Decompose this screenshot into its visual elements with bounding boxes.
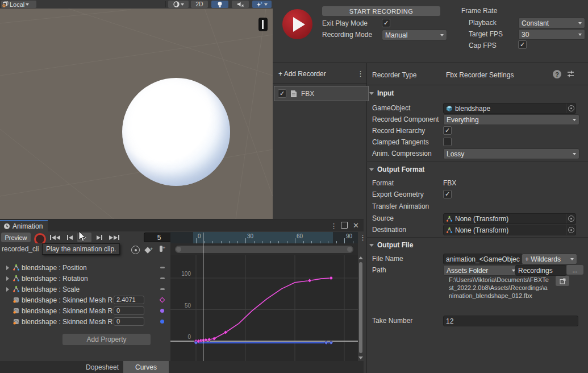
- add-keyframe-icon[interactable]: +: [145, 246, 153, 254]
- keyframe-indicator: [160, 288, 165, 290]
- object-picker-icon[interactable]: [566, 103, 576, 113]
- toolbar-divider: [165, 1, 166, 7]
- recorder-enabled-checkbox[interactable]: ✓: [278, 89, 286, 98]
- kebab-menu-icon[interactable]: ⋮: [357, 70, 364, 77]
- tab-dopesheet[interactable]: Dopesheet: [84, 361, 121, 373]
- path-root-dropdown[interactable]: Assets Folder: [443, 265, 519, 276]
- property-value-field[interactable]: 2.4071: [114, 296, 144, 304]
- chevron-down-icon: [578, 22, 582, 24]
- export-geometry-checkbox[interactable]: ✓: [443, 190, 452, 198]
- foldout-icon[interactable]: [6, 287, 9, 292]
- ruler-tick-label: 30: [247, 233, 253, 239]
- maximize-icon[interactable]: [341, 222, 348, 229]
- add-property-button[interactable]: Add Property: [62, 334, 151, 345]
- keyframe-indicator: [160, 267, 165, 268]
- add-recorder-button[interactable]: + Add Recorder: [278, 70, 326, 78]
- curve-editor[interactable]: 100500: [170, 255, 358, 361]
- object-picker-icon[interactable]: [566, 214, 576, 223]
- foldout-icon[interactable]: [6, 266, 9, 270]
- blendshape-sphere[interactable]: [122, 78, 230, 186]
- scene-lighting-button[interactable]: [211, 1, 228, 8]
- kebab-menu-icon[interactable]: ⋮: [330, 222, 337, 230]
- tab-animation[interactable]: Animation: [0, 220, 48, 231]
- target-fps-label: Target FPS: [469, 30, 503, 38]
- property-value-field[interactable]: 0: [114, 306, 144, 315]
- property-value-field[interactable]: 0: [114, 317, 144, 326]
- animation-property-row[interactable]: blendshape : Skinned Mesh Re2.4071: [0, 295, 170, 305]
- wildcards-dropdown[interactable]: + Wildcards: [522, 254, 577, 264]
- animation-property-row[interactable]: blendshape : Skinned Mesh Re0: [0, 305, 170, 316]
- skinnedmesh-icon: [12, 318, 20, 327]
- transform-icon: [12, 264, 20, 273]
- foldout-icon[interactable]: [6, 276, 9, 281]
- close-icon[interactable]: ✕: [353, 221, 359, 230]
- tab-curves[interactable]: Curves: [123, 361, 169, 373]
- ruler-tick: [196, 238, 197, 243]
- vertical-scrollbar[interactable]: [358, 255, 364, 361]
- property-label: blendshape : Rotation: [22, 275, 158, 283]
- target-fps-dropdown[interactable]: 30: [518, 29, 585, 40]
- scene-viewport[interactable]: [0, 9, 273, 219]
- add-event-icon[interactable]: +: [160, 246, 165, 254]
- animation-property-row[interactable]: blendshape : Position: [0, 262, 170, 273]
- scroll-down-icon[interactable]: [358, 357, 363, 359]
- timeline-ruler[interactable]: 0306090: [170, 232, 358, 244]
- recorder-type-label: Recorder Type: [372, 71, 417, 79]
- external-open-button[interactable]: [556, 276, 569, 286]
- recorded-component-dropdown[interactable]: Everything: [443, 114, 579, 125]
- go-to-start-icon[interactable]: [48, 233, 62, 242]
- animation-property-row[interactable]: blendshape : Scale: [0, 284, 170, 295]
- animation-titlebar: Animation ⋮ ✕: [0, 220, 364, 231]
- go-to-end-icon[interactable]: [107, 233, 121, 242]
- playhead[interactable]: [203, 233, 203, 361]
- transform-icon: [446, 215, 453, 222]
- record-hierarchy-label: Record Hierarchy: [372, 127, 425, 135]
- ruler-tick-label: 90: [346, 233, 352, 239]
- object-picker-icon[interactable]: [566, 225, 576, 235]
- horizontal-range-slider[interactable]: [175, 246, 353, 253]
- recording-mode-dropdown[interactable]: Manual: [382, 30, 447, 40]
- start-recording-button[interactable]: START RECORDING: [322, 6, 440, 16]
- frame-field[interactable]: 5: [144, 233, 174, 242]
- output-file-section-header[interactable]: Output File: [369, 241, 413, 249]
- animation-property-row[interactable]: blendshape : Skinned Mesh Re0: [0, 316, 170, 327]
- gameobject-field[interactable]: blendshape: [443, 103, 576, 114]
- recorder-item-fbx[interactable]: ✓ FBX: [274, 86, 369, 101]
- file-name-input[interactable]: animation_<GameObjec: [443, 254, 523, 264]
- input-section-header[interactable]: Input: [369, 89, 394, 97]
- anim-compression-dropdown[interactable]: Lossy: [443, 148, 579, 159]
- scroll-up-icon[interactable]: [358, 256, 363, 259]
- preset-icon[interactable]: [566, 70, 575, 78]
- next-key-icon[interactable]: [92, 233, 106, 242]
- render-mode-button[interactable]: [168, 1, 189, 8]
- fbx-file-icon: [290, 90, 297, 98]
- help-icon[interactable]: ?: [553, 70, 561, 78]
- path-folder-input[interactable]: Recordings: [515, 265, 566, 276]
- audio-mute-button[interactable]: [232, 1, 249, 8]
- output-format-section-header[interactable]: Output Format: [369, 165, 424, 173]
- format-value: FBX: [443, 179, 456, 187]
- prev-key-icon[interactable]: [62, 233, 77, 242]
- record-hierarchy-checkbox[interactable]: ✓: [443, 126, 452, 135]
- preview-button[interactable]: Preview: [1, 233, 31, 242]
- exit-play-mode-checkbox[interactable]: ✓: [382, 19, 390, 27]
- animation-property-row[interactable]: blendshape : Rotation: [0, 273, 170, 284]
- pivot-rotation-button[interactable]: Local: [1, 1, 36, 8]
- format-label: Format: [372, 179, 394, 187]
- overlay-handle[interactable]: [258, 18, 268, 31]
- take-number-input[interactable]: 12: [443, 316, 578, 326]
- path-label: Path: [372, 266, 386, 274]
- vscroll-thumb[interactable]: [359, 262, 362, 353]
- source-field[interactable]: None (Transform): [443, 213, 576, 224]
- destination-field[interactable]: None (Transform): [443, 225, 576, 235]
- 2d-toggle-button[interactable]: 2D: [191, 1, 208, 8]
- filter-by-selection-icon[interactable]: [131, 246, 140, 254]
- cap-fps-checkbox[interactable]: ✓: [518, 40, 527, 49]
- kebab-menu-icon[interactable]: ⋮: [359, 234, 366, 241]
- ruler-tick: [344, 238, 345, 243]
- clamped-tangents-checkbox[interactable]: [443, 138, 452, 146]
- clip-dropdown[interactable]: recorded_cli: [2, 245, 39, 253]
- browse-button[interactable]: ...: [566, 265, 583, 275]
- effects-button[interactable]: [252, 1, 272, 8]
- playback-dropdown[interactable]: Constant: [518, 18, 585, 28]
